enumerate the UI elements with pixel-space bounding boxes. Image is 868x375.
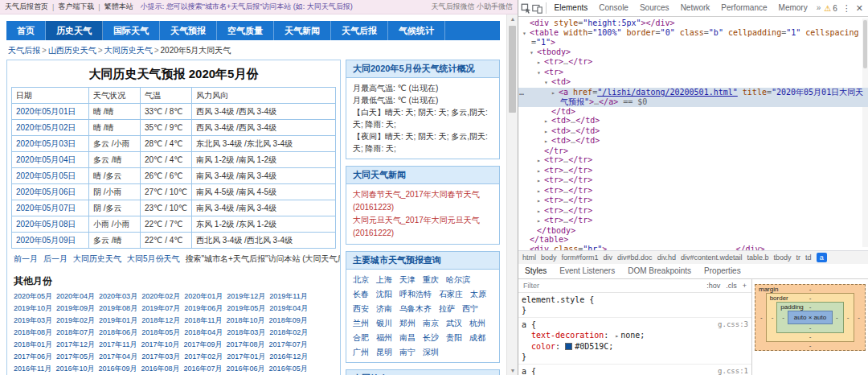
date-link[interactable]: 2020年05月06日 — [16, 188, 76, 196]
month-link[interactable]: 2018年05月 — [141, 327, 180, 339]
month-link[interactable]: 2019年01月 — [99, 315, 137, 327]
elements-tree-line[interactable]: ▸<tr>…</tr> — [518, 57, 868, 68]
devtools-tab-network[interactable]: Network — [675, 0, 716, 16]
month-link[interactable]: 2019年09月 — [56, 303, 95, 315]
elements-tree-line[interactable]: ▾<tr> — [518, 68, 868, 78]
css-property[interactable]: text-decoration: ▸none; — [522, 330, 748, 341]
topbar-traditional-link[interactable]: 繁體本站 — [104, 2, 133, 12]
month-link[interactable]: 2016年08月 — [141, 363, 179, 375]
devtools-crumb[interactable]: a — [817, 253, 827, 262]
elements-tree-line[interactable]: ▸<tr>…</tr> — [518, 186, 868, 196]
expand-arrow-icon[interactable]: ▾ — [522, 29, 530, 39]
elements-tree-line[interactable]: <div style="height:5px"></div> — [518, 19, 868, 28]
devtools-tab-console[interactable]: Console — [593, 0, 634, 16]
month-link[interactable]: 2018年02月 — [269, 327, 308, 339]
devtools-tab-more-icon[interactable]: » — [813, 0, 825, 16]
expand-arrow-icon[interactable]: ▸ — [537, 216, 544, 226]
month-link[interactable]: 2016年09月 — [98, 363, 137, 375]
devtools-crumb[interactable]: div#content.wdetail — [681, 253, 743, 262]
expand-arrow-icon[interactable]: ▸ — [537, 207, 544, 216]
date-link[interactable]: 2020年05月05日 — [16, 171, 76, 180]
month-link[interactable]: 2019年03月 — [14, 315, 52, 327]
month-link[interactable]: 2018年08月 — [14, 327, 52, 339]
date-link[interactable]: 2020年05月09日 — [16, 236, 76, 245]
month-link[interactable]: 2018年07月 — [56, 327, 95, 339]
nav-item[interactable]: 空气质量 — [217, 21, 274, 40]
date-link[interactable]: 2020年05月03日 — [16, 139, 76, 148]
month-link[interactable]: 2019年08月 — [99, 303, 137, 315]
topbar-home-link[interactable]: 天气后报首页 — [5, 2, 48, 12]
elements-tree-line[interactable]: ▸<tr>…</tr> — [518, 206, 868, 216]
elements-tree-line[interactable]: ▸<tr>…</tr> — [518, 196, 868, 206]
month-link[interactable]: 2017年03月 — [141, 351, 180, 363]
month-link[interactable]: 2016年10月 — [55, 363, 94, 375]
elements-tree-line[interactable]: </tbody> — [518, 226, 868, 236]
city-link[interactable]: 哈尔滨 — [446, 274, 470, 286]
month-link[interactable]: 2018年10月 — [227, 315, 265, 327]
stylesheet-source-link[interactable]: g.css:3 — [718, 319, 748, 330]
scrollbar-thumb[interactable] — [509, 26, 516, 113]
elements-tree-line[interactable]: ▸<td>…</td> — [518, 116, 868, 126]
city-link[interactable]: 北京 — [353, 274, 369, 286]
city-link[interactable]: 呼和浩特 — [399, 288, 432, 300]
elements-tree-line[interactable]: ▸<tr>…</tr> — [518, 166, 868, 176]
devtools-tab-performance[interactable]: Performance — [715, 0, 772, 16]
margin-left-value[interactable]: - — [760, 314, 763, 321]
city-link[interactable]: 贵阳 — [446, 332, 462, 344]
month-link[interactable]: 2016年11月 — [14, 363, 51, 375]
devtools-crumb[interactable]: table.b — [747, 253, 769, 262]
expand-arrow-icon[interactable]: ▸ — [537, 176, 544, 186]
expand-arrow-icon[interactable]: ▸ — [537, 167, 544, 176]
city-link[interactable]: 武汉 — [446, 317, 462, 329]
devtools-close-icon[interactable]: ✕ — [856, 3, 863, 14]
city-link[interactable]: 杭州 — [469, 317, 485, 329]
nav-item[interactable]: 历史天气 — [46, 21, 103, 40]
city-link[interactable]: 石家庄 — [439, 288, 463, 300]
month-link[interactable]: 2017年07月 — [269, 339, 308, 351]
city-link[interactable]: 福州 — [376, 332, 392, 344]
elements-tree-line[interactable]: ▸<tr>…</tr> — [518, 175, 868, 186]
devtools-tab-memory[interactable]: Memory — [773, 0, 813, 16]
date-link[interactable]: 2020年05月04日 — [16, 155, 76, 164]
sidebar-tab-properties[interactable]: Properties — [698, 264, 747, 278]
sidebar-tab-styles[interactable]: Styles — [518, 264, 553, 278]
stylesheet-source-link[interactable]: g.css:1 — [718, 366, 748, 375]
devtools-crumb[interactable]: div#bd.doc — [617, 253, 653, 262]
pager-link[interactable]: 大同历史天气 — [73, 254, 121, 263]
devtools-crumb[interactable]: body — [541, 253, 557, 262]
color-swatch[interactable] — [565, 343, 572, 350]
devtools-crumb[interactable]: form#form1 — [562, 253, 599, 262]
pseudo-state-toggle[interactable]: :hov — [706, 282, 720, 290]
breadcrumb-item[interactable]: 大同历史天气 — [104, 46, 153, 55]
padding-bottom-value[interactable]: - — [809, 324, 812, 332]
city-link[interactable]: 南京 — [423, 317, 439, 329]
date-link[interactable]: 2020年05月01日 — [16, 107, 76, 116]
box-model-content[interactable]: auto × auto — [788, 311, 833, 324]
city-link[interactable]: 南宁 — [399, 346, 416, 358]
month-link[interactable]: 2017年02月 — [184, 351, 223, 363]
month-link[interactable]: 2019年04月 — [269, 303, 308, 315]
devtools-crumb[interactable]: div.hd — [657, 253, 676, 262]
element-classes-toggle[interactable]: .cls — [726, 282, 737, 290]
elements-tree-line[interactable]: </td> — [518, 107, 868, 117]
nav-item[interactable]: 首页 — [6, 21, 46, 40]
elements-tree-line[interactable]: ▾<table width="100%" border="0" class="b… — [518, 28, 868, 47]
rule-selector-line[interactable]: element.style { — [522, 295, 748, 305]
expand-arrow-icon[interactable]: ▸ — [544, 117, 551, 126]
elements-tree-line[interactable]: ▾<td> — [518, 77, 868, 88]
expand-arrow-icon[interactable]: ▸ — [551, 89, 559, 98]
pager-link[interactable]: 后一月 — [43, 254, 68, 263]
city-link[interactable]: 天津 — [399, 274, 416, 286]
elements-tree-line[interactable]: ▸<td>…</td> — [518, 136, 868, 146]
devtools-tab-elements[interactable]: Elements — [549, 0, 594, 16]
city-link[interactable]: 兰州 — [353, 317, 369, 329]
month-link[interactable]: 2016年12月 — [269, 351, 308, 363]
nav-item[interactable]: 天气预报 — [160, 21, 217, 40]
padding-top-value[interactable]: - — [809, 303, 812, 311]
breadcrumb-item[interactable]: 天气后报 — [8, 46, 40, 55]
sidebar-tab-event-listeners[interactable]: Event Listeners — [553, 264, 621, 278]
city-link[interactable]: 西安 — [353, 303, 369, 315]
scrollbar-down-arrow[interactable]: ▼ — [507, 368, 518, 373]
city-link[interactable]: 太原 — [470, 288, 486, 300]
scrollbar-up-arrow[interactable]: ▲ — [507, 16, 518, 22]
